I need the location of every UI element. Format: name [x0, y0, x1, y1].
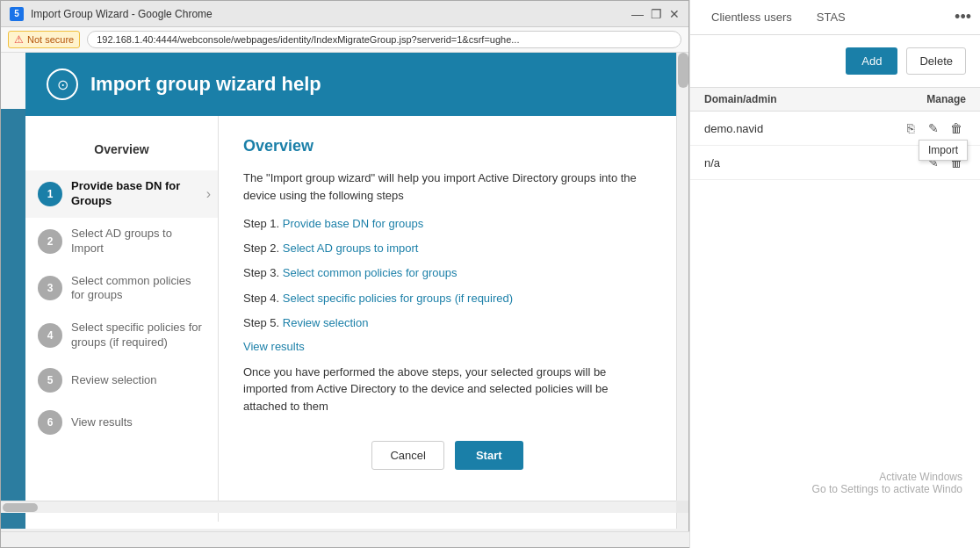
- domain-value-2: n/a: [704, 156, 924, 169]
- step-number-6: 6: [38, 410, 62, 435]
- step-number-5: 5: [38, 368, 62, 393]
- wizard-title: Import group wizard help: [90, 73, 321, 96]
- activate-line1: Activate Windows: [812, 471, 962, 483]
- view-results-link[interactable]: View results: [243, 340, 652, 353]
- horizontal-scrollbar[interactable]: [1, 501, 678, 513]
- step-label-6: View results: [71, 415, 133, 430]
- title-bar-left: 5 Import Group Wizard - Google Chrome: [10, 7, 213, 21]
- not-secure-badge: ⚠ Not secure: [8, 31, 80, 48]
- step-arrow-1: ›: [206, 186, 211, 202]
- activate-line2: Go to Settings to activate Windo: [812, 483, 962, 495]
- wizard-header-icon: ⊙: [47, 68, 78, 100]
- step2-prefix: Step 2.: [243, 242, 283, 255]
- import-tooltip[interactable]: Import: [919, 140, 968, 161]
- wizard-container: ⊙ Import group wizard help Overview 1 Pr…: [25, 53, 676, 529]
- wizard-sidebar: Overview 1 Provide base DN for Groups › …: [25, 116, 219, 522]
- edit-icon-1[interactable]: ✎: [924, 119, 943, 138]
- right-panel: Clientless users STAS ••• Add Delete Dom…: [689, 0, 980, 548]
- sidebar-item-step5[interactable]: 5 Review selection: [25, 359, 218, 401]
- activate-windows-watermark: Activate Windows Go to Settings to activ…: [812, 471, 962, 495]
- step-label-1: Provide base DN for Groups: [71, 179, 205, 209]
- step5-prefix: Step 5.: [243, 316, 283, 329]
- step-label-3: Select common policies for groups: [71, 274, 205, 304]
- content-step1-line: Step 1. Provide base DN for groups: [243, 216, 652, 232]
- left-nav-strip: [1, 109, 25, 529]
- close-button[interactable]: ✕: [669, 7, 680, 21]
- not-secure-label: Not secure: [27, 34, 74, 45]
- sidebar-item-step4[interactable]: 4 Select specific policies for groups (i…: [25, 312, 218, 359]
- address-bar-row: ⚠ Not secure 192.168.1.40:4444/webconsol…: [1, 27, 688, 53]
- copy-icon-1[interactable]: ⎘: [901, 119, 920, 138]
- sidebar-item-step2[interactable]: 2 Select AD groups to Import: [25, 218, 218, 265]
- content-intro: The "Import group wizard" will help you …: [243, 169, 652, 204]
- browser-status-bar: [1, 531, 690, 547]
- step-label-4: Select specific policies for groups (if …: [71, 321, 205, 350]
- col-manage-header: Manage: [896, 93, 966, 105]
- sidebar-item-step1[interactable]: 1 Provide base DN for Groups ›: [25, 170, 218, 218]
- browser-content: ⊙ Import group wizard help Overview 1 Pr…: [1, 53, 688, 529]
- step1-prefix: Step 1.: [243, 217, 283, 230]
- row-1-actions: ⎘ ✎ 🗑: [901, 119, 966, 138]
- step1-link[interactable]: Provide base DN for groups: [283, 217, 423, 230]
- title-bar: 5 Import Group Wizard - Google Chrome — …: [1, 1, 688, 27]
- wizard-icon: ⊙: [57, 76, 68, 93]
- wizard-header: ⊙ Import group wizard help: [25, 53, 676, 116]
- browser-title: Import Group Wizard - Google Chrome: [31, 8, 213, 20]
- step-label-5: Review selection: [71, 373, 157, 388]
- sidebar-overview-title: Overview: [25, 133, 218, 170]
- table-row: demo.navid ⎘ ✎ 🗑 Import: [690, 112, 980, 146]
- vertical-scrollbar[interactable]: [676, 53, 688, 529]
- col-domain-header: Domain/admin: [704, 93, 896, 105]
- wizard-footer: Cancel Start: [243, 432, 652, 484]
- content-step4-line: Step 4. Select specific policies for gro…: [243, 291, 652, 306]
- step-number-1: 1: [38, 182, 62, 206]
- cancel-button[interactable]: Cancel: [371, 441, 443, 470]
- step2-link[interactable]: Select AD groups to import: [283, 242, 419, 255]
- h-scrollbar-thumb[interactable]: [3, 503, 38, 512]
- tab-clientless-users[interactable]: Clientless users: [699, 2, 804, 32]
- right-panel-actions: Add Delete: [690, 35, 980, 88]
- add-button[interactable]: Add: [846, 47, 897, 75]
- delete-icon-1[interactable]: 🗑: [947, 119, 966, 138]
- step4-link[interactable]: Select specific policies for groups (if …: [283, 292, 513, 305]
- step-number-3: 3: [38, 276, 62, 300]
- right-panel-tabs: Clientless users STAS •••: [690, 0, 980, 35]
- content-title: Overview: [243, 137, 652, 155]
- browser-window: 5 Import Group Wizard - Google Chrome — …: [0, 0, 689, 548]
- delete-button[interactable]: Delete: [906, 47, 966, 75]
- minimize-button[interactable]: —: [631, 7, 644, 21]
- content-step5-line: Step 5. Review selection: [243, 315, 652, 331]
- content-outro: Once you have performed the above steps,…: [243, 364, 652, 415]
- scrollbar-corner: [676, 501, 688, 513]
- scrollbar-thumb[interactable]: [678, 53, 688, 88]
- more-options-icon[interactable]: •••: [955, 8, 971, 26]
- step-label-2: Select AD groups to Import: [71, 227, 205, 256]
- step-number-4: 4: [38, 323, 62, 348]
- address-url[interactable]: 192.168.1.40:4444/webconsole/webpages/id…: [87, 31, 681, 48]
- content-step3-line: Step 3. Select common policies for group…: [243, 265, 652, 281]
- sidebar-item-step3[interactable]: 3 Select common policies for groups: [25, 265, 218, 313]
- table-header: Domain/admin Manage: [690, 88, 980, 112]
- tab-stas[interactable]: STAS: [804, 2, 858, 32]
- wizard-main-content: Overview The "Import group wizard" will …: [219, 116, 676, 522]
- domain-value-1: demo.navid: [704, 122, 901, 135]
- step5-link[interactable]: Review selection: [283, 316, 369, 329]
- sidebar-item-step6[interactable]: 6 View results: [25, 401, 218, 443]
- step4-prefix: Step 4.: [243, 292, 283, 305]
- restore-button[interactable]: ❐: [651, 7, 662, 21]
- wizard-body: Overview 1 Provide base DN for Groups › …: [25, 116, 676, 522]
- step3-prefix: Step 3.: [243, 266, 283, 279]
- browser-icon: 5: [10, 7, 24, 21]
- warning-icon: ⚠: [14, 33, 24, 46]
- step3-link[interactable]: Select common policies for groups: [283, 266, 458, 279]
- start-button[interactable]: Start: [455, 441, 523, 470]
- step-number-2: 2: [38, 229, 62, 254]
- content-step2-line: Step 2. Select AD groups to import: [243, 241, 652, 256]
- title-bar-controls: — ❐ ✕: [631, 7, 680, 21]
